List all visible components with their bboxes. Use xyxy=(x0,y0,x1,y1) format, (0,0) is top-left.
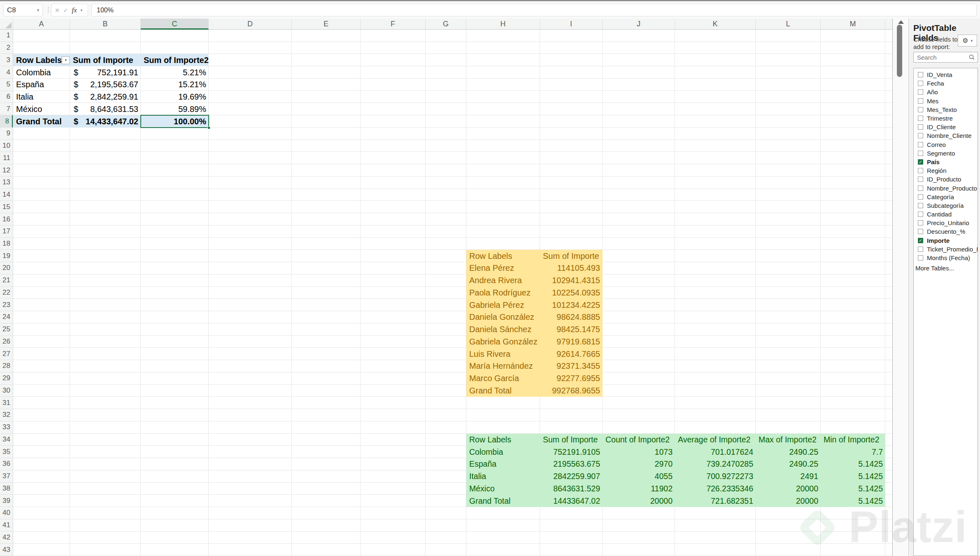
row-header-28[interactable]: 28 xyxy=(0,360,13,372)
row-header-20[interactable]: 20 xyxy=(0,262,13,275)
field-item-months-fecha-[interactable]: Months (Fecha) xyxy=(914,254,978,262)
pivot-cell[interactable]: Andrea Rivera xyxy=(466,275,540,287)
row-header-38[interactable]: 38 xyxy=(0,483,13,495)
pivot-cell[interactable]: 1073 xyxy=(603,446,675,458)
row-header-11[interactable]: 11 xyxy=(0,152,13,164)
field-item-descuento-[interactable]: Descuento_% xyxy=(914,227,978,236)
chevron-down-icon[interactable]: ▾ xyxy=(81,8,83,12)
pivot-cell[interactable]: 5.1425 xyxy=(821,495,885,507)
field-item-cantidad[interactable]: Cantidad xyxy=(914,210,978,219)
row-header-33[interactable]: 33 xyxy=(0,421,13,434)
field-checkbox[interactable] xyxy=(918,229,923,234)
more-tables-link[interactable]: More Tables... xyxy=(914,262,978,272)
column-header-J[interactable]: J xyxy=(603,19,675,29)
pivot-cell[interactable]: 5.1425 xyxy=(821,470,885,483)
selected-cell-outline[interactable] xyxy=(140,115,209,128)
name-box[interactable]: C8 ▾ xyxy=(3,4,43,16)
field-item-ticket-promedio-esti-[interactable]: Ticket_Promedio_Esti... xyxy=(914,245,978,254)
pivot-cell[interactable]: Italia xyxy=(13,91,70,103)
pivot-cell[interactable]: Grand Total xyxy=(466,495,540,507)
row-header-2[interactable]: 2 xyxy=(0,42,13,54)
row-header-10[interactable]: 10 xyxy=(0,140,13,152)
field-item-categor-a[interactable]: Categoría xyxy=(914,193,978,201)
pivot-header-cell[interactable]: Row Labels xyxy=(466,434,540,446)
insert-function-icon[interactable]: fx xyxy=(72,6,77,14)
field-item-correo[interactable]: Correo xyxy=(914,140,978,149)
column-header-M[interactable]: M xyxy=(821,19,885,29)
field-checkbox[interactable] xyxy=(918,186,923,191)
formula-input[interactable]: 100% xyxy=(91,4,977,16)
pivot-cell[interactable]: 97919.6815 xyxy=(540,336,603,348)
row-header-37[interactable]: 37 xyxy=(0,470,13,483)
pivot-cell[interactable]: $2,195,563.67 xyxy=(70,79,141,91)
row-header-8[interactable]: 8 xyxy=(0,115,13,128)
field-checkbox[interactable] xyxy=(918,247,923,252)
pivot-cell[interactable]: 2491 xyxy=(756,470,821,483)
pivot-cell[interactable]: 992768.9655 xyxy=(540,384,603,397)
field-item-id-producto[interactable]: ID_Producto xyxy=(914,175,978,184)
field-checkbox[interactable] xyxy=(918,177,923,182)
column-header-B[interactable]: B xyxy=(70,19,141,29)
row-header-4[interactable]: 4 xyxy=(0,66,13,79)
field-item-segmento[interactable]: Segmento xyxy=(914,149,978,158)
pivot-cell[interactable]: 102941.4315 xyxy=(540,275,603,287)
row-header-19[interactable]: 19 xyxy=(0,250,13,262)
row-header-36[interactable]: 36 xyxy=(0,458,13,470)
scrollbar-thumb[interactable] xyxy=(897,25,902,77)
pivot-cell[interactable]: Luis Rivera xyxy=(466,348,540,360)
field-item-nombre-producto[interactable]: Nombre_Producto xyxy=(914,184,978,192)
pivot-cell[interactable]: 5.1425 xyxy=(821,458,885,470)
field-checkbox[interactable]: ✓ xyxy=(918,238,923,243)
row-header-34[interactable]: 34 xyxy=(0,434,13,446)
row-header-31[interactable]: 31 xyxy=(0,397,13,409)
pivot-cell[interactable]: 2195563.675 xyxy=(540,458,603,470)
row-header-42[interactable]: 42 xyxy=(0,532,13,544)
pivot-cell[interactable]: 5.21% xyxy=(141,66,209,79)
pivot-cell[interactable]: Paola Rodríguez xyxy=(466,287,540,299)
row-header-25[interactable]: 25 xyxy=(0,323,13,336)
pivot-header-cell[interactable]: Row Labels xyxy=(466,250,540,262)
cancel-icon[interactable]: ✕ xyxy=(55,7,60,14)
vertical-scrollbar[interactable] xyxy=(893,19,908,556)
pivot-cell[interactable]: Daniela Sánchez xyxy=(466,323,540,336)
pivot-cell[interactable]: 752191.9105 xyxy=(540,446,603,458)
pivot-cell[interactable]: Italia xyxy=(466,470,540,483)
pivot-header-cell[interactable]: Sum of Importe xyxy=(540,250,603,262)
field-item-fecha[interactable]: Fecha xyxy=(914,79,978,88)
field-checkbox[interactable] xyxy=(918,81,923,86)
pivot-cell[interactable]: 2490.25 xyxy=(756,446,821,458)
pivot-cell[interactable]: 2842259.907 xyxy=(540,470,603,483)
row-header-29[interactable]: 29 xyxy=(0,372,13,385)
row-header-22[interactable]: 22 xyxy=(0,287,13,299)
field-checkbox[interactable] xyxy=(918,168,923,173)
column-header-G[interactable]: G xyxy=(426,19,466,29)
pivot-cell[interactable]: 20000 xyxy=(756,495,821,507)
row-header-24[interactable]: 24 xyxy=(0,311,13,323)
pivot-header-cell[interactable]: Sum of Importe2 xyxy=(141,54,209,66)
pivot-cell[interactable]: 15.21% xyxy=(141,79,209,91)
pivot-cell[interactable]: Marco García xyxy=(466,372,540,385)
pivot-cell[interactable]: 59.89% xyxy=(141,103,209,115)
pivot-header-cell[interactable]: Row Labels▾ xyxy=(13,54,70,66)
row-header-26[interactable]: 26 xyxy=(0,336,13,348)
pivot-cell[interactable]: Elena Pérez xyxy=(466,262,540,275)
pivot-cell[interactable]: 92614.7665 xyxy=(540,348,603,360)
chevron-down-icon[interactable]: ▾ xyxy=(37,8,39,12)
column-header-F[interactable]: F xyxy=(361,19,426,29)
field-checkbox[interactable] xyxy=(918,142,923,147)
pivot-cell[interactable]: España xyxy=(466,458,540,470)
pivot-header-cell[interactable]: Sum of Importe xyxy=(540,434,603,446)
field-checkbox[interactable] xyxy=(918,255,923,261)
pivot-cell[interactable]: 102254.0935 xyxy=(540,287,603,299)
pivot-cell[interactable]: 14433647.02 xyxy=(540,495,603,507)
pivot-cell[interactable]: María Hernández xyxy=(466,360,540,372)
tools-button[interactable]: ⚙ ▾ xyxy=(958,35,977,47)
row-header-40[interactable]: 40 xyxy=(0,507,13,519)
pivot-cell[interactable]: España xyxy=(13,79,70,91)
field-item-id-venta[interactable]: ID_Venta xyxy=(914,70,978,79)
field-checkbox[interactable] xyxy=(918,151,923,156)
pivot-cell[interactable]: 5.1425 xyxy=(821,482,885,495)
filter-dropdown-icon[interactable]: ▾ xyxy=(62,56,70,64)
column-header-A[interactable]: A xyxy=(13,19,70,29)
row-header-21[interactable]: 21 xyxy=(0,275,13,287)
